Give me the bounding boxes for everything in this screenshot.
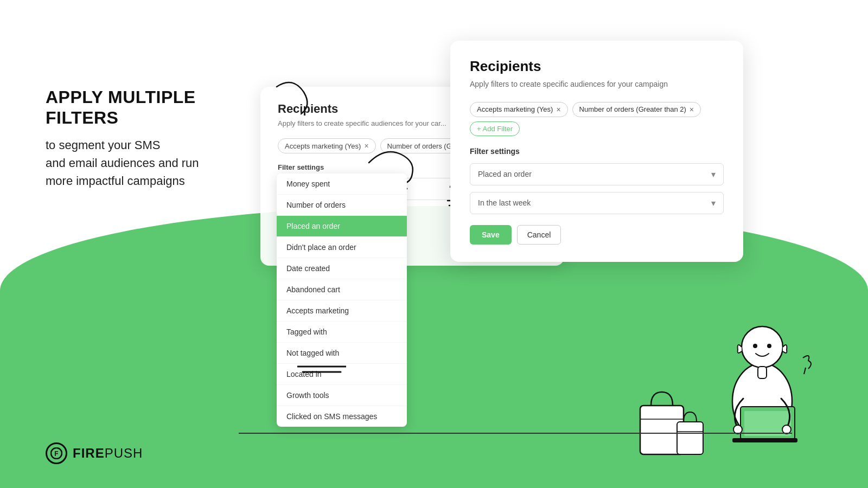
logo-icon: F bbox=[46, 442, 67, 464]
svg-rect-15 bbox=[732, 438, 797, 442]
subtext: to segment your SMS and email audiences … bbox=[46, 136, 273, 190]
firepush-logo: F FIREPUSH bbox=[46, 442, 143, 464]
front-tag-orders: Number of orders (Greater than 2) × bbox=[572, 102, 701, 117]
back-tag-accepts-close[interactable]: × bbox=[364, 142, 368, 150]
filter-dropdown[interactable]: Money spent Number of orders Placed an o… bbox=[277, 174, 407, 427]
deco-bars bbox=[297, 364, 346, 374]
front-select-chevron-1: ▾ bbox=[711, 169, 716, 179]
front-select-value-2: In the last week bbox=[478, 198, 531, 207]
btn-row: Save Cancel bbox=[470, 225, 724, 245]
save-button[interactable]: Save bbox=[470, 225, 512, 245]
back-tag-accepts: Accepts marketing (Yes) × bbox=[278, 138, 376, 153]
dropdown-item-abandoned-cart[interactable]: Abandoned cart bbox=[277, 279, 407, 300]
front-panel: Recipients Apply filters to create speci… bbox=[450, 41, 743, 262]
svg-line-20 bbox=[804, 368, 806, 374]
dropdown-item-growth-tools[interactable]: Growth tools bbox=[277, 385, 407, 406]
svg-text:F: F bbox=[54, 450, 58, 458]
left-section: APPLY MULTIPLE FILTERS to segment your S… bbox=[46, 87, 273, 190]
front-tag-orders-close[interactable]: × bbox=[690, 105, 694, 114]
front-select-chevron-2: ▾ bbox=[711, 198, 716, 208]
dropdown-item-not-tagged[interactable]: Not tagged with bbox=[277, 343, 407, 364]
front-add-filter-btn[interactable]: + Add Filter bbox=[470, 121, 520, 136]
front-filter-select-2[interactable]: In the last week ▾ bbox=[470, 192, 724, 214]
subtext-line2: and email audiences and run bbox=[46, 156, 199, 170]
dropdown-item-tagged-with[interactable]: Tagged with bbox=[277, 322, 407, 343]
front-panel-title: Recipients bbox=[470, 58, 724, 75]
subtext-line1: to segment your SMS bbox=[46, 138, 161, 152]
svg-rect-19 bbox=[758, 367, 767, 378]
shopping-bags bbox=[635, 378, 705, 465]
svg-point-13 bbox=[767, 344, 771, 348]
logo-text: FIREPUSH bbox=[73, 446, 143, 461]
dropdown-item-didnt-place[interactable]: Didn't place an order bbox=[277, 237, 407, 258]
front-filter-settings-label: Filter settings bbox=[470, 147, 724, 156]
svg-rect-23 bbox=[677, 422, 703, 454]
svg-point-12 bbox=[753, 344, 757, 348]
dropdown-item-clicked-sms[interactable]: Clicked on SMS messages bbox=[277, 406, 407, 427]
dropdown-item-number-orders[interactable]: Number of orders bbox=[277, 195, 407, 216]
dropdown-item-accepts-marketing[interactable]: Accepts marketing bbox=[277, 300, 407, 322]
front-filter-select-1[interactable]: Placed an order ▾ bbox=[470, 163, 724, 185]
front-panel-subtitle: Apply filters to create specific audienc… bbox=[470, 79, 724, 90]
dropdown-item-date-created[interactable]: Date created bbox=[277, 258, 407, 279]
dropdown-item-money-spent[interactable]: Money spent bbox=[277, 174, 407, 195]
front-select-value: Placed an order bbox=[478, 170, 532, 178]
cancel-button[interactable]: Cancel bbox=[517, 225, 561, 245]
bottom-divider bbox=[239, 433, 792, 434]
front-tag-accepts-close[interactable]: × bbox=[556, 105, 560, 114]
dropdown-item-placed-order[interactable]: Placed an order bbox=[277, 216, 407, 237]
front-panel-filter-tags: Accepts marketing (Yes) × Number of orde… bbox=[470, 102, 724, 136]
headline: APPLY MULTIPLE FILTERS bbox=[46, 87, 273, 129]
subtext-line3: more impactful campaigns bbox=[46, 174, 185, 188]
illustration-person bbox=[700, 293, 825, 466]
front-tag-accepts: Accepts marketing (Yes) × bbox=[470, 102, 568, 117]
svg-point-11 bbox=[742, 326, 783, 368]
